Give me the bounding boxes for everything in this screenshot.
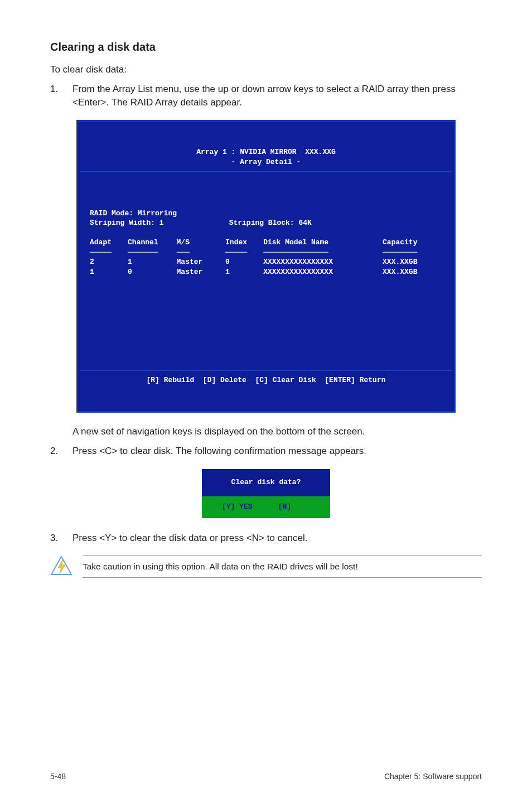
bios-footer: [R] Rebuild [D] Delete [C] Clear Disk [E…	[80, 370, 452, 390]
caution-note: Take caution in using this option. All d…	[50, 555, 482, 578]
section-heading: Clearing a disk data	[50, 39, 482, 55]
confirm-yes[interactable]: [Y] YES	[222, 503, 253, 511]
step-list: 1. From the Array List menu, use the up …	[50, 83, 482, 110]
confirm-question: Clear disk data?	[202, 469, 330, 496]
confirm-dialog: Clear disk data? [Y] YES[N]	[202, 469, 330, 518]
note-spacer	[50, 425, 72, 439]
step-text: Press <Y> to clear the disk data or pres…	[72, 532, 307, 545]
caution-text: Take caution in using this option. All d…	[83, 562, 358, 571]
step-list-continued: A new set of navigation keys is displaye…	[50, 425, 482, 458]
step-text: Press <C> to clear disk. The following c…	[72, 445, 366, 458]
confirm-no[interactable]: [N]	[278, 503, 291, 511]
step-number: 1.	[50, 83, 72, 110]
step-text: From the Array List menu, use the up or …	[72, 83, 482, 110]
table-row: 21Master0XXXXXXXXXXXXXXXXXXX.XXGB	[90, 257, 442, 267]
step-list-final: 3. Press <Y> to clear the disk data or p…	[50, 532, 482, 545]
bios-screen: Array 1 : NVIDIA MIRROR XXX.XXG - Array …	[76, 120, 456, 413]
bios-title: Array 1 : NVIDIA MIRROR XXX.XXG - Array …	[80, 143, 452, 172]
bios-table-header: AdaptChannelM/SIndexDisk Model NameCapac…	[90, 238, 442, 248]
intro-text: To clear disk data:	[50, 63, 482, 77]
bios-body: RAID Mode: Mirroring Striping Width: 1 S…	[80, 192, 452, 350]
step-number: 2.	[50, 445, 72, 458]
table-row: 10Master1XXXXXXXXXXXXXXXXXXX.XXGB	[90, 267, 442, 277]
confirm-options: [Y] YES[N]	[202, 496, 330, 518]
mid-note: A new set of navigation keys is displaye…	[72, 425, 365, 439]
bios-header-underline: ────────────────────────────────────────…	[90, 248, 442, 258]
step-number: 3.	[50, 532, 72, 545]
lightning-icon	[50, 555, 72, 578]
